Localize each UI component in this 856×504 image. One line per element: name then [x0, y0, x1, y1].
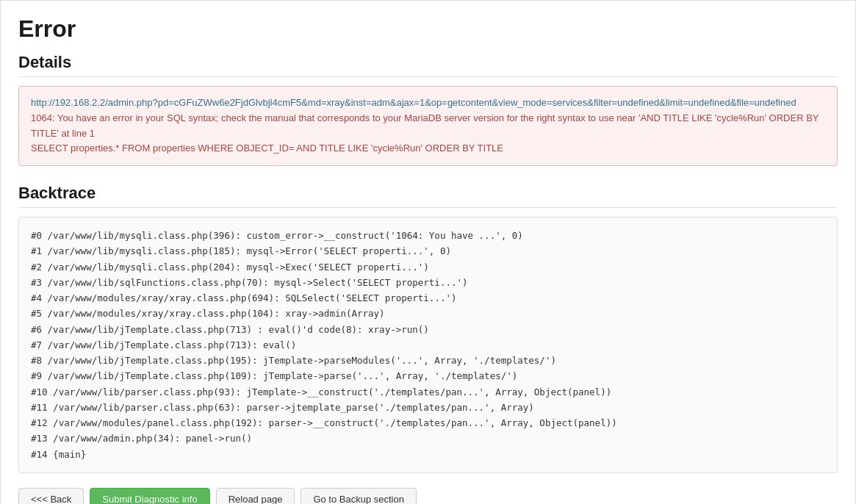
submit-diagnostic-button[interactable]: Submit Diagnostic info [90, 488, 209, 504]
error-query: SELECT properties.* FROM properties WHER… [31, 141, 825, 156]
error-code: 1064: You have an error in your SQL synt… [31, 111, 825, 142]
backtrace-line: #10 /var/www/lib/parser.class.php(93): j… [31, 384, 825, 400]
backup-section-button[interactable]: Go to Backup section [301, 488, 417, 504]
backtrace-line: #13 /var/www/admin.php(34): panel->run() [31, 431, 825, 446]
backtrace-line: #7 /var/www/lib/jTemplate.class.php(713)… [31, 337, 825, 353]
backtrace-line: #11 /var/www/lib/parser.class.php(63): p… [31, 400, 825, 415]
backtrace-heading: Backtrace [18, 184, 838, 208]
error-box: http://192.168.2.2/admin.php?pd=cGFuZWw6… [18, 86, 838, 166]
backtrace-line: #8 /var/www/lib/jTemplate.class.php(195)… [31, 353, 825, 368]
backtrace-box: #0 /var/www/lib/mysqli.class.php(396): c… [18, 217, 838, 473]
details-heading: Details [18, 53, 838, 77]
backtrace-line: #4 /var/www/modules/xray/xray.class.php(… [31, 290, 825, 306]
button-row: <<< Back Submit Diagnostic info Reload p… [18, 488, 838, 504]
error-url: http://192.168.2.2/admin.php?pd=cGFuZWw6… [31, 96, 825, 111]
page-title: Error [18, 15, 838, 43]
backtrace-line: #2 /var/www/lib/mysqli.class.php(204): m… [31, 259, 825, 275]
backtrace-line: #9 /var/www/lib/jTemplate.class.php(109)… [31, 368, 825, 384]
backtrace-line: #6 /var/www/lib/jTemplate.class.php(713)… [31, 322, 825, 337]
backtrace-line: #14 {main} [31, 447, 825, 462]
backtrace-line: #12 /var/www/modules/panel.class.php(192… [31, 415, 825, 431]
page-wrapper: Error Details http://192.168.2.2/admin.p… [0, 0, 856, 504]
back-button[interactable]: <<< Back [18, 488, 84, 504]
backtrace-line: #5 /var/www/modules/xray/xray.class.php(… [31, 306, 825, 321]
backtrace-line: #1 /var/www/lib/mysqli.class.php(185): m… [31, 243, 825, 259]
backtrace-line: #0 /var/www/lib/mysqli.class.php(396): c… [31, 228, 825, 243]
reload-button[interactable]: Reload page [216, 488, 295, 504]
backtrace-line: #3 /var/www/lib/sqlFunctions.class.php(7… [31, 275, 825, 290]
